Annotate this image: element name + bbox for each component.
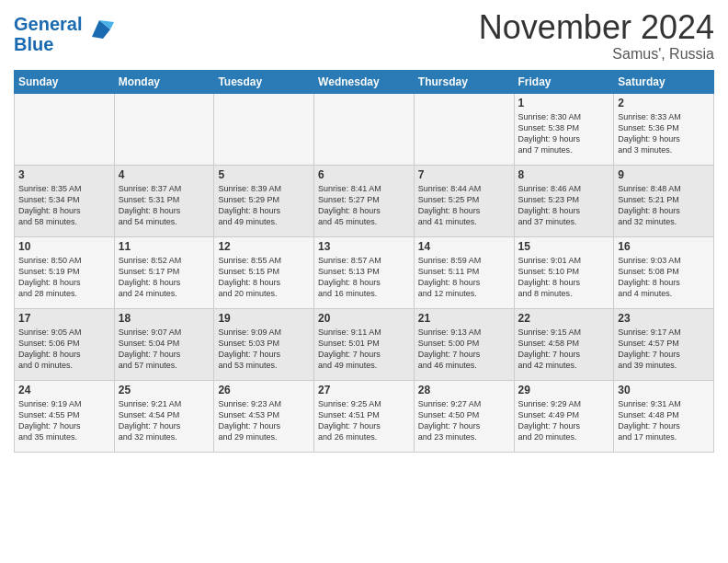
day-info: Sunrise: 9:31 AMSunset: 4:48 PMDaylight:… <box>618 398 710 443</box>
logo-line2: Blue <box>14 34 82 54</box>
day-info: Sunrise: 9:19 AMSunset: 4:55 PMDaylight:… <box>18 398 110 443</box>
table-row: 22Sunrise: 9:15 AMSunset: 4:58 PMDayligh… <box>514 308 614 380</box>
col-saturday: Saturday <box>614 70 714 93</box>
page-container: General Blue November 2024 Samus', Russi… <box>0 0 728 457</box>
table-row: 18Sunrise: 9:07 AMSunset: 5:04 PMDayligh… <box>114 308 214 380</box>
table-row: 13Sunrise: 8:57 AMSunset: 5:13 PMDayligh… <box>314 236 415 308</box>
day-number: 12 <box>218 240 310 253</box>
table-row: 6Sunrise: 8:41 AMSunset: 5:27 PMDaylight… <box>314 165 415 236</box>
day-number: 16 <box>618 240 710 253</box>
day-number: 20 <box>318 312 410 325</box>
day-info: Sunrise: 8:48 AMSunset: 5:21 PMDaylight:… <box>618 183 710 228</box>
calendar-week-1: 1Sunrise: 8:30 AMSunset: 5:38 PMDaylight… <box>15 93 714 165</box>
table-row: 20Sunrise: 9:11 AMSunset: 5:01 PMDayligh… <box>314 308 415 380</box>
day-info: Sunrise: 9:21 AMSunset: 4:54 PMDaylight:… <box>119 398 210 443</box>
day-number: 24 <box>18 384 110 396</box>
header-row: Sunday Monday Tuesday Wednesday Thursday… <box>15 70 714 93</box>
day-number: 25 <box>119 384 210 396</box>
day-info: Sunrise: 9:05 AMSunset: 5:06 PMDaylight:… <box>18 327 110 372</box>
table-row: 16Sunrise: 9:03 AMSunset: 5:08 PMDayligh… <box>614 236 714 308</box>
day-info: Sunrise: 9:01 AMSunset: 5:10 PMDaylight:… <box>518 255 610 300</box>
table-row <box>414 93 514 165</box>
day-info: Sunrise: 8:41 AMSunset: 5:27 PMDaylight:… <box>318 183 410 228</box>
day-number: 13 <box>318 240 410 253</box>
col-friday: Friday <box>514 70 614 93</box>
table-row <box>214 93 314 165</box>
calendar-week-5: 24Sunrise: 9:19 AMSunset: 4:55 PMDayligh… <box>15 380 714 452</box>
day-info: Sunrise: 9:25 AMSunset: 4:51 PMDaylight:… <box>318 398 410 443</box>
day-info: Sunrise: 8:44 AMSunset: 5:25 PMDaylight:… <box>418 183 510 228</box>
table-row: 10Sunrise: 8:50 AMSunset: 5:19 PMDayligh… <box>15 236 115 308</box>
day-info: Sunrise: 8:57 AMSunset: 5:13 PMDaylight:… <box>318 255 410 300</box>
day-number: 21 <box>418 312 510 325</box>
table-row: 17Sunrise: 9:05 AMSunset: 5:06 PMDayligh… <box>15 308 115 380</box>
day-number: 2 <box>618 97 710 109</box>
day-number: 3 <box>18 168 110 181</box>
table-row: 30Sunrise: 9:31 AMSunset: 4:48 PMDayligh… <box>614 380 714 452</box>
day-info: Sunrise: 8:46 AMSunset: 5:23 PMDaylight:… <box>518 183 610 228</box>
table-row: 28Sunrise: 9:27 AMSunset: 4:50 PMDayligh… <box>414 380 514 452</box>
day-info: Sunrise: 8:37 AMSunset: 5:31 PMDaylight:… <box>119 183 210 228</box>
month-title: November 2024 <box>479 9 714 46</box>
table-row: 4Sunrise: 8:37 AMSunset: 5:31 PMDaylight… <box>114 165 214 236</box>
day-number: 6 <box>318 168 410 181</box>
day-number: 18 <box>119 312 210 325</box>
day-info: Sunrise: 8:30 AMSunset: 5:38 PMDaylight:… <box>518 111 610 156</box>
table-row: 25Sunrise: 9:21 AMSunset: 4:54 PMDayligh… <box>114 380 214 452</box>
calendar-table: Sunday Monday Tuesday Wednesday Thursday… <box>14 70 714 453</box>
table-row: 23Sunrise: 9:17 AMSunset: 4:57 PMDayligh… <box>614 308 714 380</box>
table-row: 8Sunrise: 8:46 AMSunset: 5:23 PMDaylight… <box>514 165 614 236</box>
day-info: Sunrise: 8:39 AMSunset: 5:29 PMDaylight:… <box>218 183 310 228</box>
col-thursday: Thursday <box>414 70 514 93</box>
day-info: Sunrise: 9:07 AMSunset: 5:04 PMDaylight:… <box>119 327 210 372</box>
day-number: 10 <box>18 240 110 253</box>
table-row: 14Sunrise: 8:59 AMSunset: 5:11 PMDayligh… <box>414 236 514 308</box>
day-info: Sunrise: 9:13 AMSunset: 5:00 PMDaylight:… <box>418 327 510 372</box>
logo-line1: General <box>14 14 82 34</box>
day-number: 23 <box>618 312 710 325</box>
day-info: Sunrise: 9:29 AMSunset: 4:49 PMDaylight:… <box>518 398 610 443</box>
table-row: 19Sunrise: 9:09 AMSunset: 5:03 PMDayligh… <box>214 308 314 380</box>
col-sunday: Sunday <box>15 70 115 93</box>
table-row: 27Sunrise: 9:25 AMSunset: 4:51 PMDayligh… <box>314 380 415 452</box>
day-number: 22 <box>518 312 610 325</box>
table-row: 5Sunrise: 8:39 AMSunset: 5:29 PMDaylight… <box>214 165 314 236</box>
calendar-week-4: 17Sunrise: 9:05 AMSunset: 5:06 PMDayligh… <box>15 308 714 380</box>
col-wednesday: Wednesday <box>314 70 415 93</box>
day-number: 26 <box>218 384 310 396</box>
calendar-week-3: 10Sunrise: 8:50 AMSunset: 5:19 PMDayligh… <box>15 236 714 308</box>
day-number: 11 <box>119 240 210 253</box>
day-number: 4 <box>119 168 210 181</box>
table-row: 3Sunrise: 8:35 AMSunset: 5:34 PMDaylight… <box>15 165 115 236</box>
table-row: 29Sunrise: 9:29 AMSunset: 4:49 PMDayligh… <box>514 380 614 452</box>
day-number: 14 <box>418 240 510 253</box>
calendar-week-2: 3Sunrise: 8:35 AMSunset: 5:34 PMDaylight… <box>15 165 714 236</box>
logo-text: General Blue <box>14 14 114 54</box>
day-number: 17 <box>18 312 110 325</box>
day-number: 7 <box>418 168 510 181</box>
table-row: 9Sunrise: 8:48 AMSunset: 5:21 PMDaylight… <box>614 165 714 236</box>
day-info: Sunrise: 9:15 AMSunset: 4:58 PMDaylight:… <box>518 327 610 372</box>
table-row: 7Sunrise: 8:44 AMSunset: 5:25 PMDaylight… <box>414 165 514 236</box>
day-info: Sunrise: 8:59 AMSunset: 5:11 PMDaylight:… <box>418 255 510 300</box>
page-header: General Blue November 2024 Samus', Russi… <box>14 9 714 63</box>
day-number: 8 <box>518 168 610 181</box>
day-info: Sunrise: 9:27 AMSunset: 4:50 PMDaylight:… <box>418 398 510 443</box>
col-monday: Monday <box>114 70 214 93</box>
table-row: 1Sunrise: 8:30 AMSunset: 5:38 PMDaylight… <box>514 93 614 165</box>
day-info: Sunrise: 8:55 AMSunset: 5:15 PMDaylight:… <box>218 255 310 300</box>
table-row: 21Sunrise: 9:13 AMSunset: 5:00 PMDayligh… <box>414 308 514 380</box>
day-info: Sunrise: 9:03 AMSunset: 5:08 PMDaylight:… <box>618 255 710 300</box>
day-info: Sunrise: 9:09 AMSunset: 5:03 PMDaylight:… <box>218 327 310 372</box>
table-row <box>15 93 115 165</box>
day-info: Sunrise: 9:11 AMSunset: 5:01 PMDaylight:… <box>318 327 410 372</box>
table-row: 2Sunrise: 8:33 AMSunset: 5:36 PMDaylight… <box>614 93 714 165</box>
table-row: 15Sunrise: 9:01 AMSunset: 5:10 PMDayligh… <box>514 236 614 308</box>
day-number: 5 <box>218 168 310 181</box>
table-row: 12Sunrise: 8:55 AMSunset: 5:15 PMDayligh… <box>214 236 314 308</box>
day-number: 29 <box>518 384 610 396</box>
day-info: Sunrise: 8:50 AMSunset: 5:19 PMDaylight:… <box>18 255 110 300</box>
day-number: 27 <box>318 384 410 396</box>
day-number: 9 <box>618 168 710 181</box>
day-info: Sunrise: 8:35 AMSunset: 5:34 PMDaylight:… <box>18 183 110 228</box>
